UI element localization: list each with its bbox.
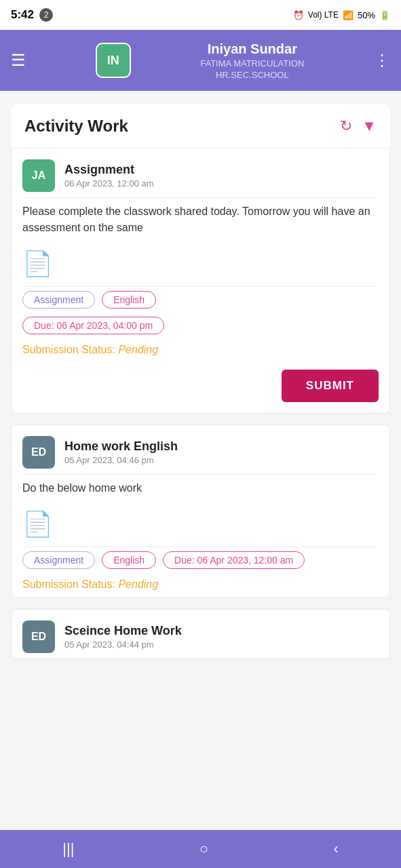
battery-icon: 🔋	[379, 10, 390, 20]
card-avatar-1: JA	[22, 159, 55, 192]
card-attachment-2[interactable]: 📄	[12, 505, 389, 547]
card-attachment-1[interactable]: 📄	[12, 244, 389, 286]
avatar: IN	[96, 43, 131, 78]
bottom-nav: ||| ○ ‹	[0, 830, 401, 868]
submit-button-1[interactable]: SUBMIT	[282, 370, 379, 402]
card-assignment-1: JA Assignment 06 Apr 2023, 12:00 am Plea…	[11, 149, 390, 414]
card-date-2: 05 Apr 2023, 04:46 pm	[64, 455, 178, 465]
status-bar: 5:42 2 ⏰ Vol) LTE 📶 50% 🔋	[0, 0, 401, 30]
header-center: Iniyan Sundar FATIMA MATRICULATION HR.SE…	[200, 41, 304, 80]
due-label-2: Due: 06 Apr 2023, 12:00 am	[163, 551, 305, 569]
card-title-3: Sceince Home Work	[64, 624, 182, 638]
card-title-1: Assignment	[64, 163, 154, 177]
card-header-2: ED Home work English 05 Apr 2023, 04:46 …	[12, 425, 389, 474]
card-tags-2: Assignment English Due: 06 Apr 2023, 12:…	[12, 547, 389, 573]
due-label-1: Due: 06 Apr 2023, 04:00 pm	[22, 317, 164, 334]
card-body-1: Please complete the classwork shared tod…	[12, 198, 389, 244]
card-info-2: Home work English 05 Apr 2023, 04:46 pm	[64, 439, 178, 465]
file-icon-2[interactable]: 📄	[22, 510, 53, 538]
activity-icons: ↻ ▼	[340, 117, 377, 135]
status-label-1: Submission Status:	[22, 344, 115, 355]
tag-english-2[interactable]: English	[102, 551, 156, 569]
card-homework-english: ED Home work English 05 Apr 2023, 04:46 …	[11, 425, 390, 598]
status-right: ⏰ Vol) LTE 📶 50% 🔋	[293, 10, 390, 20]
card-header-3: ED Sceince Home Work 05 Apr 2023, 04:44 …	[12, 610, 389, 658]
card-header-1: JA Assignment 06 Apr 2023, 12:00 am	[12, 149, 389, 197]
status-value-2: Pending	[118, 578, 158, 590]
card-tags-1: Assignment English	[12, 287, 389, 313]
filter-icon[interactable]: ▼	[362, 117, 377, 135]
school-line2: HR.SEC.SCHOOL	[200, 70, 304, 80]
tag-assignment-1[interactable]: Assignment	[22, 291, 95, 309]
card-body-2: Do the below home work	[12, 475, 389, 505]
card-science-homework: ED Sceince Home Work 05 Apr 2023, 04:44 …	[11, 609, 390, 659]
card-date-3: 05 Apr 2023, 04:44 pm	[64, 639, 182, 650]
card-info-3: Sceince Home Work 05 Apr 2023, 04:44 pm	[64, 624, 182, 650]
page-title: Activity Work	[24, 117, 128, 136]
card-date-1: 06 Apr 2023, 12:00 am	[64, 178, 154, 189]
home-icon[interactable]: ○	[199, 840, 208, 858]
card-status-2: Submission Status: Pending	[12, 573, 389, 597]
network-icon: Vol) LTE	[308, 10, 339, 20]
status-time: 5:42	[11, 8, 34, 22]
card-status-1: Submission Status: Pending	[12, 338, 389, 363]
refresh-icon[interactable]: ↻	[340, 117, 352, 135]
header: ☰ IN Iniyan Sundar FATIMA MATRICULATION …	[0, 30, 401, 91]
more-options-icon[interactable]: ⋮	[374, 51, 390, 70]
battery-text: 50%	[358, 10, 375, 20]
card-avatar-2: ED	[22, 436, 55, 469]
card-due-1: Due: 06 Apr 2023, 04:00 pm	[12, 313, 389, 338]
tag-assignment-2[interactable]: Assignment	[22, 551, 95, 569]
back-icon[interactable]: ‹	[333, 840, 338, 858]
recent-apps-icon[interactable]: |||	[62, 840, 74, 858]
card-text-2: Do the below home work	[22, 482, 142, 494]
activity-header: Activity Work ↻ ▼	[11, 104, 390, 149]
status-value-1: Pending	[118, 344, 158, 355]
school-line1: FATIMA MATRICULATION	[200, 58, 304, 68]
content-area: Activity Work ↻ ▼ JA Assignment 06 Apr 2…	[0, 91, 401, 731]
card-title-2: Home work English	[64, 439, 178, 454]
status-label-2: Submission Status:	[22, 578, 115, 590]
card-text-1: Please complete the classwork shared tod…	[22, 205, 370, 233]
tag-english-1[interactable]: English	[102, 291, 156, 309]
notification-badge: 2	[39, 8, 53, 22]
card-submit-1: SUBMIT	[12, 363, 389, 413]
card-avatar-3: ED	[22, 620, 55, 653]
user-name: Iniyan Sundar	[200, 41, 304, 57]
file-icon-1[interactable]: 📄	[22, 250, 53, 277]
menu-icon[interactable]: ☰	[11, 51, 26, 70]
signal-icon: 📶	[343, 10, 354, 20]
card-info-1: Assignment 06 Apr 2023, 12:00 am	[64, 163, 154, 189]
alarm-icon: ⏰	[293, 10, 304, 20]
